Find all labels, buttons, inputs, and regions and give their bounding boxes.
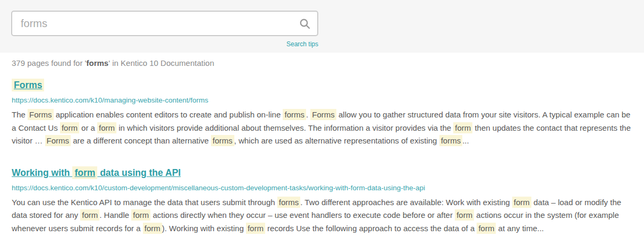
- highlighted-term: form: [80, 209, 99, 221]
- result-title-link[interactable]: Working with form data using the API: [12, 166, 181, 179]
- highlighted-term: Forms: [310, 109, 336, 120]
- highlighted-term: form: [512, 197, 531, 208]
- highlighted-term: form: [477, 223, 496, 234]
- result-url-link[interactable]: https://docs.kentico.com/k10/custom-deve…: [12, 184, 632, 192]
- search-header: Search tips: [0, 0, 644, 53]
- result-title: Forms: [12, 79, 632, 91]
- search-result: Working with form data using the API htt…: [12, 167, 632, 235]
- results-summary: 379 pages found for 'forms' in Kentico 1…: [12, 58, 632, 67]
- highlighted-term: form: [60, 122, 79, 133]
- result-title-link[interactable]: Forms: [12, 79, 44, 91]
- highlighted-term: form: [97, 122, 116, 133]
- highlighted-term: Forms: [12, 79, 44, 91]
- highlighted-term: forms: [277, 197, 301, 208]
- highlighted-term: form: [143, 223, 162, 234]
- search-results-area: 379 pages found for 'forms' in Kentico 1…: [0, 58, 644, 235]
- result-snippet: You can use the Kentico API to manage th…: [12, 196, 632, 235]
- highlighted-term: form: [455, 209, 474, 221]
- result-title: Working with form data using the API: [12, 167, 632, 179]
- search-result: Forms https://docs.kentico.com/k10/manag…: [12, 79, 632, 148]
- search-tips-row: Search tips: [11, 39, 318, 48]
- highlighted-term: forms: [439, 135, 463, 146]
- search-icon[interactable]: [299, 18, 311, 30]
- result-snippet: The Forms application enables content ed…: [12, 108, 632, 148]
- highlighted-term: form: [72, 166, 97, 179]
- search-box: [11, 11, 318, 36]
- search-input[interactable]: [12, 12, 317, 35]
- highlighted-term: forms: [211, 135, 234, 146]
- summary-prefix: 379 pages found for ': [12, 58, 86, 67]
- highlighted-term: forms: [283, 109, 306, 120]
- highlighted-term: Forms: [45, 135, 71, 146]
- highlighted-term: form: [131, 209, 150, 221]
- highlighted-term: form: [453, 122, 472, 133]
- highlighted-term: Forms: [28, 109, 54, 120]
- result-url-link[interactable]: https://docs.kentico.com/k10/managing-we…: [12, 96, 632, 104]
- summary-search-term: forms: [86, 58, 108, 67]
- search-tips-link[interactable]: Search tips: [286, 40, 318, 48]
- results-list: Forms https://docs.kentico.com/k10/manag…: [12, 79, 632, 235]
- summary-suffix: ' in Kentico 10 Documentation: [108, 58, 214, 67]
- highlighted-term: form: [246, 223, 265, 234]
